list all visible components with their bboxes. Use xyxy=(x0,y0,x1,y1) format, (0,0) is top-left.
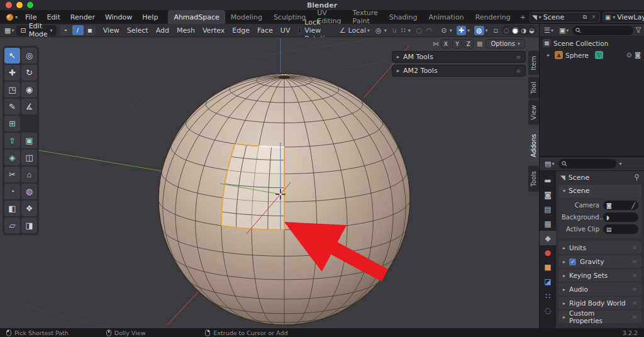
add-cube-tool[interactable]: ⊞ xyxy=(4,116,20,131)
properties-tab-render[interactable]: ◙ xyxy=(540,187,556,202)
edge-slide-tool[interactable]: ◧ xyxy=(4,201,20,216)
extrude-region-tool[interactable]: ⇧ xyxy=(4,133,20,148)
panel-keying-sets[interactable]: ▸Keying Sets≡ xyxy=(558,269,641,282)
menu-render[interactable]: Render xyxy=(65,10,100,24)
maximize-window-button[interactable] xyxy=(27,2,33,8)
properties-tab-output[interactable]: ▤ xyxy=(540,202,556,216)
panel-gravity[interactable]: ▸✓Gravity≡ xyxy=(558,255,641,268)
loop-cut-tool[interactable]: ◫ xyxy=(21,150,37,165)
gizmo-toggle[interactable]: ✚▾ xyxy=(455,26,472,35)
scale-tool[interactable]: ◳ xyxy=(4,82,20,97)
scene-selector[interactable]: ◥ ▾ Scene ⧉ ✕ xyxy=(530,12,600,23)
smooth-tool[interactable]: ◍ xyxy=(21,184,37,199)
filter-funnel-icon[interactable] xyxy=(635,27,641,33)
lock-view-rotation-checkbox[interactable] xyxy=(298,27,301,34)
shear-tool[interactable]: ▱ xyxy=(4,218,20,233)
magnet-icon[interactable]: ∪ xyxy=(391,26,399,35)
mirror-y-button[interactable]: Y xyxy=(452,39,462,48)
view-layer-selector[interactable]: ▣ ▾ ViewLayer ⧉ ✕ xyxy=(602,12,644,23)
disable-in-renders-icon[interactable]: ◙ xyxy=(635,52,641,58)
panel-rigid-body-world[interactable]: ▸Rigid Body World≡ xyxy=(558,297,641,309)
menu-help[interactable]: Help xyxy=(137,10,163,24)
select-mode-vertex-button[interactable]: ∙ xyxy=(60,25,72,35)
properties-tab-scene[interactable]: ◆ xyxy=(540,231,556,245)
workspace-tab-shading[interactable]: Shading xyxy=(384,10,423,24)
workspace-tab-modeling[interactable]: Modeling xyxy=(225,10,268,24)
properties-tab-world[interactable]: ● xyxy=(540,245,556,260)
view-object-types-button[interactable]: ⊙▾ xyxy=(438,26,453,35)
sidebar-tab-addons[interactable]: Addons xyxy=(528,129,539,162)
poly-build-tool[interactable]: ⌂ xyxy=(21,167,37,182)
xray-toggle[interactable]: ▫ xyxy=(491,26,501,35)
panel-audio[interactable]: ▸Audio≡ xyxy=(558,283,641,296)
expand-icon[interactable]: ▸ xyxy=(547,52,552,58)
menu-window[interactable]: Window xyxy=(100,10,137,24)
shrink-fatten-tool[interactable]: ❖ xyxy=(21,201,37,216)
inset-faces-tool[interactable]: ▣ xyxy=(21,133,37,148)
scene-panel-header[interactable]: ▾ Scene xyxy=(558,185,641,197)
rip-region-tool[interactable]: ◨ xyxy=(21,218,37,233)
proportional-edit-icon[interactable]: ○ xyxy=(415,26,424,35)
editor-type-button[interactable]: ▦▾ xyxy=(3,26,16,35)
rendered-shading-button[interactable]: ◒ xyxy=(529,27,535,34)
camera-field[interactable]: ◙╱ xyxy=(603,201,638,210)
workspace-tab-rendering[interactable]: Rendering xyxy=(470,10,516,24)
workspace-tab-animation[interactable]: Animation xyxy=(423,10,470,24)
sidebar-tab-tool[interactable]: Tool xyxy=(528,77,539,99)
annotate-tool[interactable]: ✎ xyxy=(4,99,20,114)
outliner-display-mode-button[interactable]: ☰▾ xyxy=(542,26,555,35)
properties-tab-view-layer[interactable]: ▦ xyxy=(540,216,556,231)
add-workspace-button[interactable]: + xyxy=(516,10,530,24)
minimize-window-button[interactable] xyxy=(16,2,23,8)
viewport-menu-add[interactable]: Add xyxy=(152,26,173,35)
properties-tab-physics[interactable]: ◌ xyxy=(540,303,556,318)
knife-tool[interactable]: ✂ xyxy=(4,167,20,182)
pivot-point-selector[interactable]: ◎▾ xyxy=(372,26,389,35)
gravity-checkbox[interactable]: ✓ xyxy=(569,258,576,265)
snap-with-icon[interactable]: ∷ xyxy=(400,26,407,35)
viewport-menu-edge[interactable]: Edge xyxy=(228,26,253,35)
unlink-scene-button[interactable]: ✕ xyxy=(590,14,597,20)
viewport-menu-select[interactable]: Select xyxy=(123,26,152,35)
workspace-tab-ahmadspace[interactable]: AhmadSpace xyxy=(168,10,225,24)
mode-selector[interactable]: ⊡ Edit Mode ▾ xyxy=(16,25,56,36)
hide-in-viewport-icon[interactable]: ⊙ xyxy=(626,52,631,58)
uv-sphere[interactable] xyxy=(158,74,410,325)
properties-search-input[interactable] xyxy=(558,159,616,168)
properties-tab-particles[interactable]: ∷ xyxy=(540,289,556,303)
viewport-menu-view[interactable]: View xyxy=(99,26,123,35)
sidebar-tab-tools[interactable]: Tools xyxy=(528,166,539,192)
spin-tool[interactable]: ◔ xyxy=(4,184,20,199)
snap-base-icon[interactable]: ▩ xyxy=(477,40,482,47)
transform-orientation-selector[interactable]: ∠Local▾ xyxy=(336,26,372,35)
outliner-search-input[interactable] xyxy=(572,26,633,35)
transform-tool[interactable]: ◉ xyxy=(21,82,37,97)
panel-custom-properties[interactable]: ▸Custom Properties≡ xyxy=(558,311,641,323)
panel-units[interactable]: ▸Units≡ xyxy=(558,241,641,254)
select-mode-face-button[interactable]: ◼ xyxy=(84,25,96,35)
eyedropper-icon[interactable]: ╱ xyxy=(632,202,635,209)
close-window-button[interactable] xyxy=(6,2,12,8)
viewport-menu-vertex[interactable]: Vertex xyxy=(199,26,228,35)
cursor-tool[interactable]: ◎ xyxy=(21,48,37,64)
workspace-tab-texture-paint[interactable]: Texture Paint xyxy=(347,10,384,24)
sidebar-tab-view[interactable]: View xyxy=(528,100,539,125)
mirror-x-button[interactable]: X xyxy=(441,39,451,48)
properties-tab-modifiers[interactable]: ◪ xyxy=(540,274,556,289)
new-scene-button[interactable]: ⧉ xyxy=(582,14,588,21)
sidebar-tab-item[interactable]: Item xyxy=(528,51,539,75)
viewport-menu-mesh[interactable]: Mesh xyxy=(173,26,199,35)
properties-tab-tool[interactable]: ▬ xyxy=(540,173,556,187)
properties-tab-object[interactable]: ■ xyxy=(540,260,556,274)
addon-panel-am2-tools[interactable]: ▸AM2 Tools≡ xyxy=(392,65,526,77)
measure-tool[interactable]: ∡ xyxy=(21,99,37,114)
active-clip-field[interactable]: ▤ xyxy=(603,224,638,234)
viewport-3d[interactable]: ↖◎✚↻◳◉✎∡⊞⇧▣◈◫✂⌂◔◍◧❖▱◨ ⋈ XYZ ▩ Options▾ ▸… xyxy=(0,37,539,328)
options-dropdown[interactable]: Options▾ xyxy=(486,39,525,48)
outliner-row-collection[interactable]: ▩ Scene Collection xyxy=(540,37,644,49)
mirror-z-button[interactable]: Z xyxy=(464,39,474,48)
viewport-menu-uv[interactable]: UV xyxy=(277,26,294,35)
pin-icon[interactable] xyxy=(634,174,640,181)
properties-editor-type-button[interactable]: ▤▾ xyxy=(543,160,556,168)
overlays-toggle[interactable]: ◍▾ xyxy=(472,26,490,35)
